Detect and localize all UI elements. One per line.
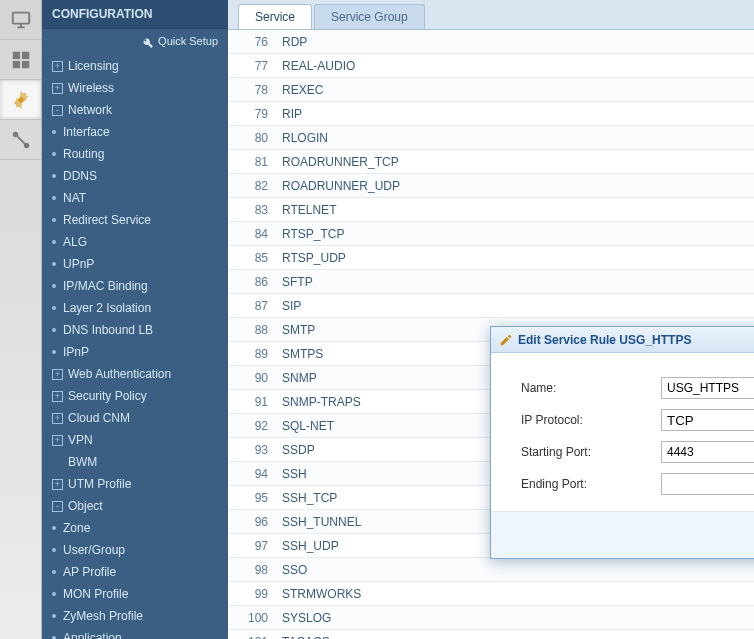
row-index: 81 — [228, 155, 282, 169]
nav-item-cloud-cnm[interactable]: +Cloud CNM — [42, 407, 228, 429]
nav-item-label: User/Group — [63, 543, 125, 557]
nav-item-label: Security Policy — [68, 389, 147, 403]
nav-item-licensing[interactable]: +Licensing — [42, 55, 228, 77]
table-row[interactable]: 100SYSLOG — [228, 606, 754, 630]
nav-item-ip-mac-binding[interactable]: IP/MAC Binding — [42, 275, 228, 297]
nav-item-label: UTM Profile — [68, 477, 131, 491]
nav-item-label: Application — [63, 631, 122, 639]
table-row[interactable]: 85RTSP_UDP — [228, 246, 754, 270]
row-index: 84 — [228, 227, 282, 241]
nav-item-label: VPN — [68, 433, 93, 447]
nav-item-label: Interface — [63, 125, 110, 139]
ip-protocol-select[interactable] — [661, 409, 754, 431]
bullet-icon — [52, 174, 56, 178]
tab-bar: ServiceService Group — [228, 0, 754, 30]
bullet-icon — [52, 548, 56, 552]
nav-item-bwm[interactable]: BWM — [42, 451, 228, 473]
nav-item-dns-inbound-lb[interactable]: DNS Inbound LB — [42, 319, 228, 341]
bullet-icon — [52, 284, 56, 288]
table-row[interactable]: 83RTELNET — [228, 198, 754, 222]
dialog-titlebar[interactable]: Edit Service Rule USG_HTTPS ? ✕ — [491, 327, 754, 353]
quick-setup-button[interactable]: Quick Setup — [42, 29, 228, 55]
nav-tree: +Licensing+Wireless-NetworkInterfaceRout… — [42, 55, 228, 639]
table-row[interactable]: 80RLOGIN — [228, 126, 754, 150]
nav-item-object[interactable]: -Object — [42, 495, 228, 517]
nav-item-application[interactable]: Application — [42, 627, 228, 639]
row-index: 86 — [228, 275, 282, 289]
icon-rail — [0, 0, 42, 639]
nav-item-alg[interactable]: ALG — [42, 231, 228, 253]
table-row[interactable]: 76RDP — [228, 30, 754, 54]
nav-item-zone[interactable]: Zone — [42, 517, 228, 539]
row-index: 78 — [228, 83, 282, 97]
nav-item-user-group[interactable]: User/Group — [42, 539, 228, 561]
nav-item-label: UPnP — [63, 257, 94, 271]
rail-gear-icon[interactable] — [0, 80, 41, 120]
table-row[interactable]: 84RTSP_TCP — [228, 222, 754, 246]
row-index: 93 — [228, 443, 282, 457]
nav-item-redirect-service[interactable]: Redirect Service — [42, 209, 228, 231]
nav-item-label: AP Profile — [63, 565, 116, 579]
table-row[interactable]: 101TACACS — [228, 630, 754, 639]
rail-dashboard-icon[interactable] — [0, 40, 41, 80]
row-name: REAL-AUDIO — [282, 59, 754, 73]
row-index: 91 — [228, 395, 282, 409]
nav-item-ddns[interactable]: DDNS — [42, 165, 228, 187]
table-row[interactable]: 98SSO — [228, 558, 754, 582]
nav-item-mon-profile[interactable]: MON Profile — [42, 583, 228, 605]
collapse-icon: - — [52, 501, 63, 512]
nav-item-interface[interactable]: Interface — [42, 121, 228, 143]
name-input[interactable] — [661, 377, 754, 399]
rail-monitor-icon[interactable] — [0, 0, 41, 40]
table-row[interactable]: 81ROADRUNNER_TCP — [228, 150, 754, 174]
row-index: 80 — [228, 131, 282, 145]
table-row[interactable]: 78REXEC — [228, 78, 754, 102]
tab-service-group[interactable]: Service Group — [314, 4, 425, 29]
nav-item-security-policy[interactable]: +Security Policy — [42, 385, 228, 407]
ip-protocol-label: IP Protocol: — [521, 413, 661, 427]
nav-item-utm-profile[interactable]: +UTM Profile — [42, 473, 228, 495]
nav-item-ipnp[interactable]: IPnP — [42, 341, 228, 363]
nav-item-upnp[interactable]: UPnP — [42, 253, 228, 275]
row-name: ROADRUNNER_UDP — [282, 179, 754, 193]
row-name: RLOGIN — [282, 131, 754, 145]
row-name: TACACS — [282, 635, 754, 640]
nav-item-ap-profile[interactable]: AP Profile — [42, 561, 228, 583]
starting-port-input[interactable] — [661, 441, 754, 463]
nav-item-nat[interactable]: NAT — [42, 187, 228, 209]
row-index: 83 — [228, 203, 282, 217]
table-row[interactable]: 86SFTP — [228, 270, 754, 294]
row-index: 88 — [228, 323, 282, 337]
nav-item-network[interactable]: -Network — [42, 99, 228, 121]
row-name: SFTP — [282, 275, 754, 289]
table-row[interactable]: 77REAL-AUDIO — [228, 54, 754, 78]
row-name: SSO — [282, 563, 754, 577]
dialog-title: Edit Service Rule USG_HTTPS — [518, 333, 754, 347]
table-row[interactable]: 99STRMWORKS — [228, 582, 754, 606]
nav-item-zymesh-profile[interactable]: ZyMesh Profile — [42, 605, 228, 627]
expand-icon: + — [52, 83, 63, 94]
table-row[interactable]: 87SIP — [228, 294, 754, 318]
expand-icon: + — [52, 369, 63, 380]
row-index: 100 — [228, 611, 282, 625]
row-index: 76 — [228, 35, 282, 49]
nav-item-label: Cloud CNM — [68, 411, 130, 425]
tab-service[interactable]: Service — [238, 4, 312, 29]
nav-item-wireless[interactable]: +Wireless — [42, 77, 228, 99]
nav-item-web-authentication[interactable]: +Web Authentication — [42, 363, 228, 385]
bullet-icon — [52, 152, 56, 156]
ending-port-input[interactable] — [661, 473, 754, 495]
table-row[interactable]: 82ROADRUNNER_UDP — [228, 174, 754, 198]
table-row[interactable]: 79RIP — [228, 102, 754, 126]
bullet-icon — [52, 592, 56, 596]
nav-item-routing[interactable]: Routing — [42, 143, 228, 165]
nav-item-vpn[interactable]: +VPN — [42, 429, 228, 451]
nav-item-layer-2-isolation[interactable]: Layer 2 Isolation — [42, 297, 228, 319]
row-name: REXEC — [282, 83, 754, 97]
rail-flow-icon[interactable] — [0, 120, 41, 160]
bullet-icon — [52, 614, 56, 618]
row-index: 95 — [228, 491, 282, 505]
row-index: 99 — [228, 587, 282, 601]
quick-setup-label: Quick Setup — [158, 35, 218, 47]
row-index: 96 — [228, 515, 282, 529]
